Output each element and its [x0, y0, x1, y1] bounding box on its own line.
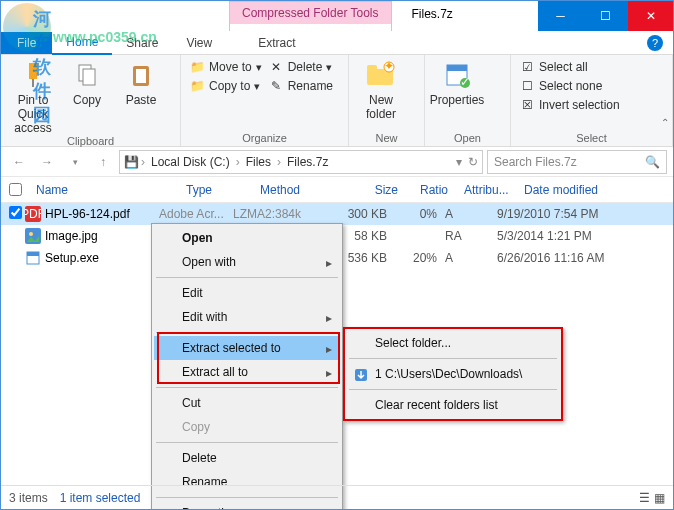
submenu-recent-1[interactable]: 1 C:\Users\Dec\Downloads\	[347, 362, 559, 386]
file-icon	[25, 228, 41, 244]
maximize-button[interactable]: ☐	[583, 1, 628, 31]
properties-button[interactable]: ✓ Properties	[433, 59, 481, 107]
menu-edit[interactable]: Edit	[154, 281, 340, 305]
context-menu: Open Open with▸ Edit Edit with▸ Extract …	[151, 223, 343, 510]
view-large-icon[interactable]: ▦	[654, 491, 665, 505]
svg-text:PDF: PDF	[25, 207, 41, 221]
home-tab[interactable]: Home	[52, 31, 112, 55]
select-all-button[interactable]: ☑Select all	[519, 59, 620, 75]
close-button[interactable]: ✕	[628, 1, 673, 31]
ribbon: Pin to Quick access Copy Paste Clipboard…	[1, 55, 673, 147]
search-input[interactable]: Search Files.7z 🔍	[487, 150, 667, 174]
organize-group-label: Organize	[189, 132, 340, 144]
drive-icon: 💾	[124, 155, 139, 169]
rename-button[interactable]: ✎Rename	[268, 78, 333, 94]
pin-quick-access-button[interactable]: Pin to Quick access	[9, 59, 57, 135]
address-bar: ← → ▾ ↑ 💾 › Local Disk (C:) › Files › Fi…	[1, 147, 673, 177]
copy-button[interactable]: Copy	[63, 59, 111, 107]
menu-open-with[interactable]: Open with▸	[154, 250, 340, 274]
extract-tab[interactable]: Extract	[244, 32, 309, 54]
open-group-label: Open	[433, 132, 502, 144]
share-tab[interactable]: Share	[112, 32, 172, 54]
file-size: 300 KB	[311, 207, 387, 221]
menu-delete[interactable]: Delete	[154, 446, 340, 470]
menu-cut[interactable]: Cut	[154, 391, 340, 415]
col-ratio[interactable]: Ratio	[406, 183, 456, 197]
file-name: Image.jpg	[45, 229, 98, 243]
file-type: Adobe Acr...	[159, 207, 233, 221]
svg-rect-7	[367, 65, 377, 71]
file-name: HPL-96-124.pdf	[45, 207, 130, 221]
paste-button[interactable]: Paste	[117, 59, 165, 107]
col-name[interactable]: Name	[28, 183, 178, 197]
svg-rect-1	[32, 79, 34, 87]
svg-rect-0	[29, 63, 37, 79]
col-type[interactable]: Type	[178, 183, 252, 197]
svg-point-17	[29, 232, 33, 236]
status-items: 3 items	[9, 491, 48, 505]
status-bar: 3 items 1 item selected ☰ ▦	[1, 485, 673, 509]
svg-rect-5	[136, 69, 146, 83]
move-to-button[interactable]: 📁Move to ▾	[189, 59, 262, 75]
select-group-label: Select	[519, 132, 664, 144]
svg-rect-3	[83, 69, 95, 85]
file-attr: A	[437, 251, 497, 265]
col-attr[interactable]: Attribu...	[456, 183, 516, 197]
copy-to-button[interactable]: 📁Copy to ▾	[189, 78, 262, 94]
select-all-checkbox[interactable]	[9, 183, 22, 196]
file-tab[interactable]: File	[1, 32, 52, 54]
file-date: 6/26/2016 11:16 AM	[497, 251, 673, 265]
status-selected: 1 item selected	[60, 491, 141, 505]
up-button[interactable]: ↑	[91, 150, 115, 174]
menu-edit-with[interactable]: Edit with▸	[154, 305, 340, 329]
new-folder-button[interactable]: ✦ New folder	[357, 59, 405, 121]
delete-button[interactable]: ✕Delete ▾	[268, 59, 333, 75]
download-arrow-icon	[353, 367, 369, 383]
crumb-drive[interactable]: Local Disk (C:)	[147, 155, 234, 169]
file-checkbox[interactable]	[9, 206, 22, 219]
back-button[interactable]: ←	[7, 150, 31, 174]
file-row[interactable]: PDFHPL-96-124.pdfAdobe Acr...LZMA2:384k3…	[1, 203, 673, 225]
col-date[interactable]: Date modified	[516, 183, 673, 197]
file-attr: A	[437, 207, 497, 221]
window-title: Files.7z	[392, 1, 538, 31]
collapse-ribbon-icon[interactable]: ⌃	[661, 117, 669, 128]
submenu: Select folder... 1 C:\Users\Dec\Download…	[343, 327, 563, 421]
svg-rect-11	[447, 65, 467, 71]
file-date: 5/3/2014 1:21 PM	[497, 229, 673, 243]
ribbon-tabs: File Home Share View Extract ?	[1, 31, 673, 55]
clipboard-group-label: Clipboard	[9, 135, 172, 147]
file-method: LZMA2:384k	[233, 207, 311, 221]
crumb-archive[interactable]: Files.7z	[283, 155, 332, 169]
col-size[interactable]: Size	[330, 183, 406, 197]
help-icon[interactable]: ?	[647, 35, 663, 51]
menu-extract-all[interactable]: Extract all to▸	[154, 360, 340, 384]
file-date: 9/19/2010 7:54 PM	[497, 207, 673, 221]
menu-extract-selected[interactable]: Extract selected to▸	[154, 336, 340, 360]
svg-text:✓: ✓	[460, 75, 470, 89]
submenu-select-folder[interactable]: Select folder...	[347, 331, 559, 355]
file-attr: RA	[437, 229, 497, 243]
menu-copy[interactable]: Copy	[154, 415, 340, 439]
dropdown-icon[interactable]: ▾	[456, 155, 462, 169]
svg-text:✦: ✦	[384, 61, 394, 73]
crumb-files[interactable]: Files	[242, 155, 275, 169]
refresh-icon[interactable]: ↻	[468, 155, 478, 169]
file-name: Setup.exe	[45, 251, 99, 265]
breadcrumb[interactable]: 💾 › Local Disk (C:) › Files › Files.7z ▾…	[119, 150, 483, 174]
submenu-clear[interactable]: Clear recent folders list	[347, 393, 559, 417]
file-icon: PDF	[25, 206, 41, 222]
menu-open[interactable]: Open	[154, 226, 340, 250]
forward-button[interactable]: →	[35, 150, 59, 174]
view-details-icon[interactable]: ☰	[639, 491, 650, 505]
minimize-button[interactable]: ─	[538, 1, 583, 31]
file-ratio: 20%	[387, 251, 437, 265]
invert-selection-button[interactable]: ☒Invert selection	[519, 97, 620, 113]
col-method[interactable]: Method	[252, 183, 330, 197]
new-group-label: New	[357, 132, 416, 144]
contextual-tab-header: Compressed Folder Tools	[230, 2, 391, 24]
view-tab[interactable]: View	[172, 32, 226, 54]
history-button[interactable]: ▾	[63, 150, 87, 174]
search-icon: 🔍	[645, 155, 660, 169]
select-none-button[interactable]: ☐Select none	[519, 78, 620, 94]
